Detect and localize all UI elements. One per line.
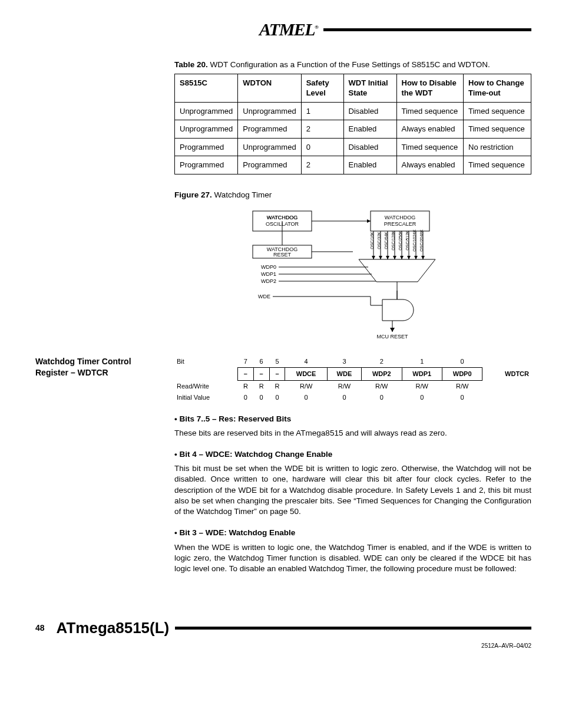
svg-marker-36 (421, 256, 425, 259)
table20: S8515C WDTON Safety Level WDT Initial St… (174, 74, 531, 174)
svg-text:WATCHDOG: WATCHDOG (385, 215, 416, 220)
footer-rule (175, 627, 531, 630)
bits75-heading: Bits 7..5 – Res: Reserved Bits (174, 414, 531, 424)
svg-text:OSC/512K: OSC/512K (405, 230, 409, 251)
bits75-text: These bits are reserved bits in the ATme… (174, 428, 531, 439)
header-rule (323, 28, 531, 31)
svg-text:OSC/16K: OSC/16K (370, 232, 374, 249)
table20-caption: Table 20. WDT Configuration as a Functio… (174, 60, 531, 70)
table20-header-row: S8515C WDTON Safety Level WDT Initial St… (175, 74, 531, 102)
table-row: UnprogrammedProgrammed2EnabledAlways ena… (175, 120, 531, 139)
svg-text:WATCHDOG: WATCHDOG (267, 215, 298, 220)
svg-marker-18 (379, 256, 382, 259)
svg-marker-30 (407, 256, 411, 259)
figure27-caption: Figure 27. Watchdog Timer (174, 190, 531, 200)
svg-marker-24 (393, 256, 396, 259)
bit3-heading: Bit 3 – WDE: Watchdog Enable (174, 528, 531, 538)
svg-marker-53 (390, 328, 395, 332)
side-heading-wdtcr: Watchdog Timer Control Register – WDTCR (35, 356, 174, 577)
svg-text:PRESCALER: PRESCALER (384, 221, 416, 227)
svg-marker-33 (414, 256, 418, 259)
doc-title: ATmega8515(L) (57, 618, 170, 638)
svg-marker-15 (372, 256, 375, 259)
header-logo-row: ATMEL® (259, 18, 531, 42)
bit3-text: When the WDE is written to logic one, th… (174, 542, 531, 575)
page-number: 48 (35, 622, 45, 634)
svg-text:WDP2: WDP2 (261, 278, 276, 284)
svg-text:WDP1: WDP1 (261, 271, 276, 277)
svg-text:OSC/128K: OSC/128K (391, 230, 395, 251)
svg-text:RESET: RESET (273, 252, 292, 258)
table-row: ProgrammedUnprogrammed0DisabledTimed seq… (175, 138, 531, 156)
svg-text:OSC/2048K: OSC/2048K (419, 229, 424, 252)
svg-text:OSC/256K: OSC/256K (398, 230, 402, 251)
page-footer: 48 ATmega8515(L) (35, 618, 531, 638)
svg-text:WDE: WDE (258, 294, 270, 299)
register-table: Bit 76543210 –––WDCEWDEWDP2WDP1WDP0 WDTC… (174, 356, 531, 403)
atmel-logo: ATMEL® (259, 18, 318, 42)
figure27-diagram: WATCHDOG WATCHDOG OSCILLATOR WATCHDOG PR… (241, 205, 465, 341)
table-row: UnprogrammedUnprogrammed1DisabledTimed s… (175, 102, 531, 120)
bit4-heading: Bit 4 – WDCE: Watchdog Change Enable (174, 449, 531, 460)
svg-marker-27 (400, 256, 404, 259)
table-row: ProgrammedProgrammed2EnabledAlways enabl… (175, 156, 531, 174)
svg-text:MCU RESET: MCU RESET (376, 334, 408, 340)
svg-text:OSC/64K: OSC/64K (384, 232, 388, 249)
svg-marker-5 (367, 219, 371, 223)
bit4-text: This bit must be set when the WDE bit is… (174, 463, 531, 517)
svg-text:OSC/32K: OSC/32K (377, 232, 381, 249)
svg-text:WDP0: WDP0 (261, 264, 276, 270)
svg-text:OSC/1024K: OSC/1024K (412, 229, 416, 252)
doc-revision: 2512A–AVR–04/02 (35, 642, 531, 650)
svg-marker-21 (386, 256, 389, 259)
svg-marker-38 (359, 259, 435, 282)
